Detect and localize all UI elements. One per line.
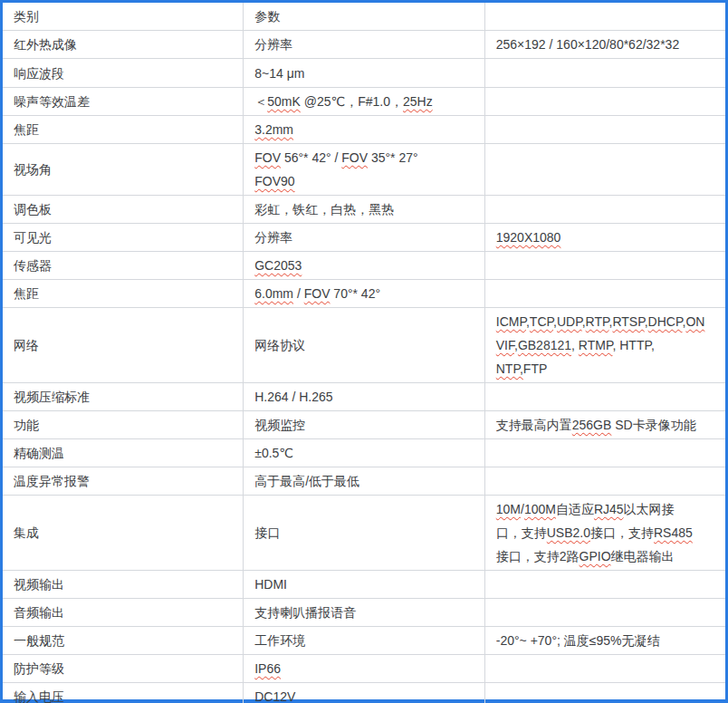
spellcheck-flagged-text: 3.2mm [254, 122, 293, 137]
spec-category-cell[interactable]: 网络 [3, 308, 244, 383]
spec-param-cell[interactable]: 分辨率 [244, 224, 485, 252]
spec-category-cell[interactable]: 类别 [3, 3, 244, 31]
spec-param-cell[interactable]: 8~14 μm [244, 59, 485, 88]
spec-category-cell[interactable]: 音频输出 [3, 599, 244, 627]
cell-text: H.264 / H.265 [254, 390, 332, 404]
spellcheck-flagged-text: RTSP [612, 314, 644, 329]
spec-category-cell[interactable]: 集成 [3, 496, 244, 571]
cell-text: 自适应 [556, 502, 594, 516]
spec-category-cell[interactable]: 视频压缩标准 [3, 383, 244, 411]
spec-value-cell[interactable]: 256×192 / 160×120/80*62/32*32 [484, 31, 725, 59]
cell-text: 焦距 [14, 286, 39, 301]
spec-value-cell[interactable] [484, 3, 725, 31]
spec-value-cell[interactable]: 支持最高内置256GB SD卡录像功能 [484, 411, 725, 439]
spec-param-cell[interactable]: 支持喇叭播报语音 [244, 599, 485, 627]
spec-category-cell[interactable]: 精确测温 [3, 439, 244, 467]
spec-category-cell[interactable]: 视场角 [3, 144, 244, 196]
spec-param-cell[interactable]: ＜50mK @25℃，F#1.0，25Hz [244, 88, 485, 116]
spec-param-cell[interactable]: HDMI [244, 571, 485, 599]
spec-param-cell[interactable]: 分辨率 [244, 31, 485, 59]
spec-category-cell[interactable]: 传感器 [3, 252, 244, 280]
spec-value-cell[interactable]: 10M/100M自适应RJ45以太网接口，支持USB2.0接口，支持RS485接… [484, 496, 725, 571]
cell-text: 256×192 / 160×120/80*62/32*32 [496, 37, 679, 52]
spec-value-cell[interactable]: ICMP,TCP,UDP,RTP,RTSP,DHCP,ONVIF,GB28121… [484, 308, 725, 383]
cell-text: , HTTP, [612, 338, 654, 352]
spellcheck-flagged-text: FOV [304, 286, 330, 301]
spellcheck-flagged-text: DHCP [648, 314, 683, 329]
spec-value-cell[interactable] [484, 383, 725, 411]
spellcheck-flagged-text: USB2.0 [547, 525, 590, 540]
cell-text: 防护等级 [14, 661, 64, 676]
spec-value-cell[interactable] [484, 59, 725, 88]
table-row: 传感器GC2053 [3, 252, 725, 280]
spec-param-cell[interactable]: 6.0mm / FOV 70°* 42° [244, 280, 485, 308]
spec-category-cell[interactable]: 视频输出 [3, 571, 244, 599]
spec-category-cell[interactable]: 调色板 [3, 196, 244, 224]
table-row: 网络网络协议ICMP,TCP,UDP,RTP,RTSP,DHCP,ONVIF,G… [3, 308, 725, 383]
spec-param-cell[interactable]: H.264 / H.265 [244, 383, 485, 411]
spec-param-cell[interactable]: 3.2mm [244, 116, 485, 144]
spec-category-cell[interactable]: 响应波段 [3, 59, 244, 88]
cell-text: 音频输出 [14, 605, 64, 620]
spec-param-cell[interactable]: 参数 [244, 3, 485, 31]
spellcheck-flagged-text: 6.0mm [254, 286, 293, 301]
spec-value-cell[interactable] [484, 88, 725, 116]
spec-value-cell[interactable] [484, 116, 725, 144]
table-row: 调色板彩虹，铁红，白热，黑热 [3, 196, 725, 224]
spec-value-cell[interactable] [484, 144, 725, 196]
spellcheck-flagged-text: FOV [254, 150, 281, 165]
spec-category-cell[interactable]: 输入电压 [3, 683, 244, 703]
table-row: 精确测温±0.5℃ [3, 439, 725, 467]
spec-value-cell[interactable] [484, 439, 725, 467]
spec-value-cell[interactable] [484, 196, 725, 224]
spec-value-cell[interactable] [484, 252, 725, 280]
spec-value-cell[interactable] [484, 599, 725, 627]
spec-category-cell[interactable]: 红外热成像 [3, 31, 244, 59]
spec-param-cell[interactable]: FOV 56°* 42° / FOV 35°* 27°FOV90 [244, 144, 485, 196]
spec-param-cell[interactable]: ±0.5℃ [244, 439, 485, 467]
spellcheck-flagged-text: GPIO [580, 549, 611, 563]
spec-value-cell[interactable] [484, 280, 725, 308]
cell-text: 视场角 [14, 162, 52, 177]
spec-category-cell[interactable]: 温度异常报警 [3, 467, 244, 496]
cell-text: 红外热成像 [14, 37, 77, 52]
spellcheck-flagged-text: UDP [557, 314, 582, 329]
spec-value-cell[interactable]: -20°~ +70°; 温度≤95%无凝结 [484, 627, 725, 655]
cell-text: 参数 [254, 9, 280, 24]
spec-param-cell[interactable]: 高于最高/低于最低 [244, 467, 485, 496]
spec-value-cell[interactable] [484, 683, 725, 703]
spec-param-cell[interactable]: 接口 [244, 496, 485, 571]
cell-text: 可见光 [14, 230, 52, 245]
spec-category-cell[interactable]: 防护等级 [3, 655, 244, 683]
cell-text: 支持喇叭播报语音 [254, 605, 356, 620]
table-row: 响应波段8~14 μm [3, 59, 725, 88]
spec-param-cell[interactable]: IP66 [244, 655, 485, 683]
spec-category-cell[interactable]: 焦距 [3, 280, 244, 308]
spec-category-cell[interactable]: 噪声等效温差 [3, 88, 244, 116]
cell-text: 视频输出 [14, 577, 64, 592]
spellcheck-flagged-text: RS485 [654, 525, 693, 540]
spec-param-cell[interactable]: 工作环境 [244, 627, 485, 655]
cell-text: 口，支持 [496, 525, 547, 540]
spec-value-cell[interactable] [484, 571, 725, 599]
cell-text: 继电器输出 [611, 549, 675, 563]
spec-category-cell[interactable]: 焦距 [3, 116, 244, 144]
spec-category-cell[interactable]: 功能 [3, 411, 244, 439]
cell-text: 输入电压 [14, 689, 64, 703]
spec-param-cell[interactable]: DC12V [244, 683, 485, 703]
cell-text: 网络协议 [254, 338, 305, 352]
cell-text: 分辨率 [254, 230, 292, 245]
spec-value-cell[interactable] [484, 467, 725, 496]
spec-param-cell[interactable]: 彩虹，铁红，白热，黑热 [244, 196, 485, 224]
cell-text: 70°* 42° [330, 286, 380, 301]
spec-param-cell[interactable]: GC2053 [244, 252, 485, 280]
spec-param-cell[interactable]: 视频监控 [244, 411, 485, 439]
spec-value-cell[interactable] [484, 655, 725, 683]
spec-category-cell[interactable]: 一般规范 [3, 627, 244, 655]
table-row: 视频压缩标准H.264 / H.265 [3, 383, 725, 411]
spec-param-cell[interactable]: 网络协议 [244, 308, 485, 383]
cell-text: SD卡录像功能 [611, 418, 695, 432]
spec-category-cell[interactable]: 可见光 [3, 224, 244, 252]
spec-value-cell[interactable]: 1920X1080 [484, 224, 725, 252]
table-row: 类别参数 [3, 3, 725, 31]
